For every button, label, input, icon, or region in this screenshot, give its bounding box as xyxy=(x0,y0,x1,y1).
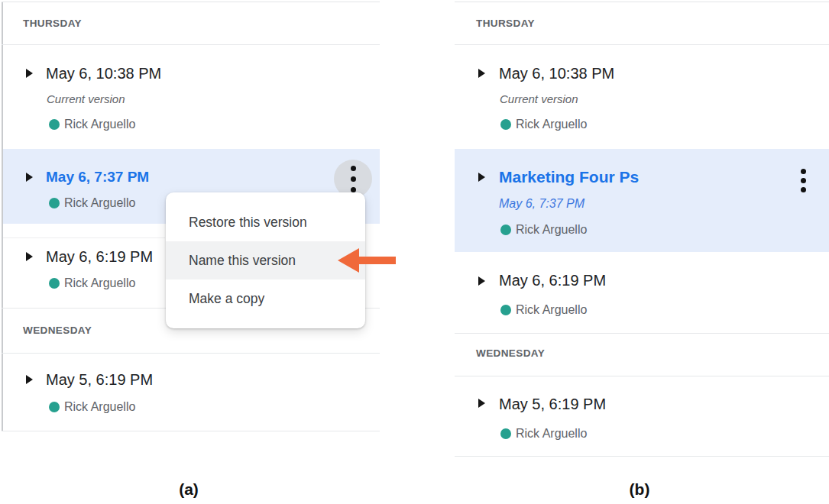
expand-triangle-icon[interactable] xyxy=(478,276,485,286)
version-row-title[interactable]: May 6, 6:19 PM xyxy=(499,271,606,289)
version-row-title[interactable]: May 5, 6:19 PM xyxy=(46,370,153,389)
day-header-wednesday: WEDNESDAY xyxy=(23,323,92,338)
author-name: Rick Arguello xyxy=(64,195,135,210)
current-version-label: Current version xyxy=(500,92,578,106)
version-history-comparison: THURSDAY May 6, 10:38 PM Current version… xyxy=(0,0,829,504)
figure-caption-b: (b) xyxy=(605,480,674,499)
author-name: Rick Arguello xyxy=(516,117,587,131)
presence-dot-icon xyxy=(49,402,60,412)
presence-dot-icon xyxy=(500,305,511,315)
divider xyxy=(2,431,380,431)
day-header-wednesday: WEDNESDAY xyxy=(476,346,545,361)
author-row: Rick Arguello xyxy=(49,195,135,210)
kebab-menu-icon xyxy=(351,166,356,192)
author-name: Rick Arguello xyxy=(516,222,587,237)
more-options-button[interactable] xyxy=(786,163,820,197)
author-row: Rick Arguello xyxy=(500,117,587,131)
version-row-title[interactable]: May 6, 6:19 PM xyxy=(46,247,153,266)
version-history-panel-b: THURSDAY May 6, 10:38 PM Current version… xyxy=(455,2,829,503)
presence-dot-icon xyxy=(500,225,511,235)
figure-caption-a: (a) xyxy=(154,480,223,499)
expand-triangle-icon[interactable] xyxy=(478,69,485,78)
divider xyxy=(2,44,380,45)
selected-version-name[interactable]: Marketing Four Ps xyxy=(499,167,639,187)
divider xyxy=(2,353,380,354)
author-name: Rick Arguello xyxy=(64,399,135,414)
presence-dot-icon xyxy=(49,198,60,208)
selected-version-title[interactable]: May 6, 7:37 PM xyxy=(46,168,149,186)
menu-item-make-a-copy[interactable]: Make a copy xyxy=(166,279,365,318)
selected-version-date: May 6, 7:37 PM xyxy=(499,196,585,212)
author-row: Rick Arguello xyxy=(500,302,587,317)
divider xyxy=(455,456,829,457)
author-name: Rick Arguello xyxy=(64,276,135,290)
divider xyxy=(455,376,829,376)
expand-triangle-icon[interactable] xyxy=(26,252,33,261)
expand-triangle-icon[interactable] xyxy=(478,399,485,408)
version-context-menu: Restore this version Name this version M… xyxy=(166,192,365,328)
author-row: Rick Arguello xyxy=(500,426,587,441)
author-row: Rick Arguello xyxy=(49,276,135,290)
menu-item-name-this-version[interactable]: Name this version xyxy=(166,241,365,279)
divider xyxy=(455,44,829,45)
version-row-title[interactable]: May 6, 10:38 PM xyxy=(46,64,161,82)
author-name: Rick Arguello xyxy=(64,117,135,131)
expand-triangle-icon[interactable] xyxy=(26,375,33,384)
version-row-title[interactable]: May 5, 6:19 PM xyxy=(499,395,606,413)
panel-top-border xyxy=(455,2,829,2)
expand-triangle-icon[interactable] xyxy=(26,69,33,78)
pointer-arrow-icon xyxy=(338,247,397,273)
presence-dot-icon xyxy=(500,428,511,439)
author-name: Rick Arguello xyxy=(516,302,587,317)
menu-item-restore-this-version[interactable]: Restore this version xyxy=(166,203,365,241)
day-header-thursday: THURSDAY xyxy=(23,16,82,31)
expand-triangle-icon[interactable] xyxy=(26,173,33,182)
version-row-title[interactable]: May 6, 10:38 PM xyxy=(499,64,614,82)
day-header-thursday: THURSDAY xyxy=(476,16,535,31)
author-row: Rick Arguello xyxy=(500,222,587,237)
panel-top-border xyxy=(2,2,380,2)
presence-dot-icon xyxy=(49,119,60,130)
kebab-menu-icon xyxy=(801,169,806,192)
author-name: Rick Arguello xyxy=(516,426,587,441)
expand-triangle-icon[interactable] xyxy=(478,173,485,182)
current-version-label: Current version xyxy=(47,92,125,106)
presence-dot-icon xyxy=(49,278,60,289)
divider xyxy=(455,333,829,334)
author-row: Rick Arguello xyxy=(49,399,135,414)
divider xyxy=(3,237,165,238)
presence-dot-icon xyxy=(500,119,511,130)
author-row: Rick Arguello xyxy=(49,117,135,131)
